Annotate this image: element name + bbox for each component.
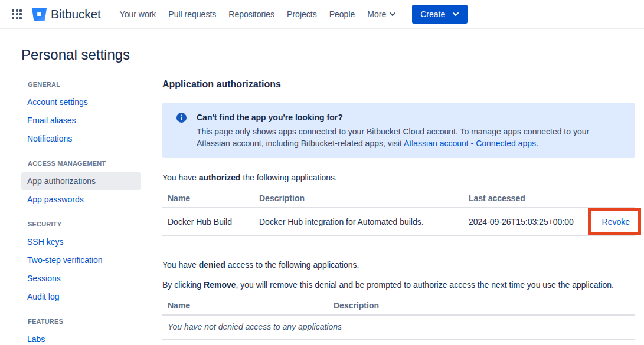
table-row: You have not denied access to any applic… (162, 315, 635, 339)
sidebar-item-email-aliases[interactable]: Email aliases (21, 111, 141, 129)
main-content: Application authorizations Can't find th… (151, 77, 644, 345)
nav-more-label: More (367, 9, 386, 19)
sidebar-item-app-authorizations[interactable]: App authorizations (21, 172, 141, 190)
app-switcher-icon[interactable] (11, 8, 23, 21)
chevron-down-icon (389, 12, 396, 17)
authorized-apps-table: Name Description Last accessed Docker Hu… (162, 190, 635, 236)
denied-apps-table: Name Description You have not denied acc… (162, 298, 635, 340)
app-description-cell: Docker Hub integration for Automated bui… (254, 208, 463, 236)
revoke-link[interactable]: Revoke (602, 217, 630, 226)
sidebar-item-sessions[interactable]: Sessions (21, 270, 141, 287)
app-name-cell: Docker Hub Build (162, 208, 254, 236)
info-icon (176, 113, 187, 149)
sidebar-item-labs[interactable]: Labs (21, 330, 141, 345)
denied-note: By clicking Remove, you will remove this… (162, 280, 635, 290)
column-header-name: Name (162, 190, 254, 208)
info-panel-body-end: . (536, 139, 538, 148)
create-button-label: Create (420, 9, 445, 19)
settings-sidebar: GENERAL Account settings Email aliases N… (21, 77, 151, 345)
info-panel-title: Can't find the app you're looking for? (197, 111, 610, 123)
column-header-description: Description (254, 190, 463, 208)
bitbucket-logo-icon (32, 8, 47, 21)
sidebar-item-audit-log[interactable]: Audit log (21, 288, 141, 305)
info-panel: Can't find the app you're looking for? T… (162, 103, 635, 158)
chevron-down-icon (452, 12, 459, 17)
sidebar-section-general: GENERAL (21, 81, 141, 88)
nav-more[interactable]: More (367, 9, 396, 19)
main-nav: Your work Pull requests Repositories Pro… (120, 9, 397, 19)
sidebar-item-account-settings[interactable]: Account settings (21, 93, 141, 111)
bitbucket-logo-text: Bitbucket (51, 7, 101, 21)
sidebar-item-notifications[interactable]: Notifications (21, 130, 141, 147)
top-navigation-bar: Bitbucket Your work Pull requests Reposi… (0, 0, 644, 29)
nav-repositories[interactable]: Repositories (228, 9, 274, 19)
sidebar-section-features: FEATURES (21, 318, 141, 325)
sidebar-item-app-passwords[interactable]: App passwords (21, 190, 141, 208)
column-header-name: Name (162, 298, 328, 315)
section-heading: Application authorizations (162, 77, 635, 90)
table-row: Docker Hub Build Docker Hub integration … (162, 208, 635, 236)
page-title: Personal settings (21, 47, 644, 63)
atlassian-connected-apps-link[interactable]: Atlassian account - Connected apps (404, 139, 536, 148)
sidebar-section-access-management: ACCESS MANAGEMENT (21, 160, 141, 167)
denied-intro: You have denied access to the following … (162, 260, 635, 270)
denied-empty-state: You have not denied access to any applic… (162, 315, 635, 339)
info-panel-body: This page only shows apps connected to y… (197, 126, 610, 149)
create-button[interactable]: Create (412, 5, 468, 24)
nav-projects[interactable]: Projects (287, 9, 317, 19)
nav-your-work[interactable]: Your work (120, 9, 156, 19)
last-accessed-cell: 2024-09-26T15:03:25+00:00 (463, 208, 587, 236)
bitbucket-logo[interactable]: Bitbucket (32, 7, 101, 21)
nav-pull-requests[interactable]: Pull requests (168, 9, 216, 19)
sidebar-item-two-step-verification[interactable]: Two-step verification (21, 251, 141, 269)
nav-people[interactable]: People (329, 9, 355, 19)
column-header-last-accessed: Last accessed (463, 190, 587, 208)
sidebar-section-security: SECURITY (21, 221, 141, 228)
column-header-description: Description (328, 298, 635, 315)
sidebar-item-ssh-keys[interactable]: SSH keys (21, 233, 141, 251)
authorized-intro: You have authorized the following applic… (162, 173, 635, 183)
